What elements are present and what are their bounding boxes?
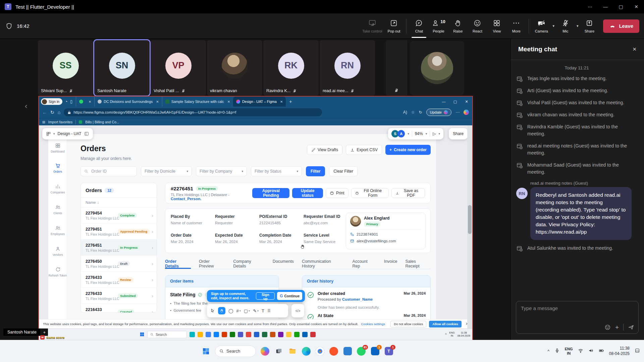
- taskbar-app-icon[interactable]: [254, 332, 259, 337]
- print-button[interactable]: Print: [326, 188, 348, 198]
- import-favorites-link[interactable]: Import favorites: [48, 120, 72, 124]
- sidebar-item-vendors[interactable]: Vendors: [48, 246, 67, 256]
- chat-message-input[interactable]: [516, 301, 638, 319]
- order-list-row[interactable]: 2279451TL Flex Holdings LLC Approval Pen…: [81, 224, 157, 240]
- deny-cookies-button[interactable]: Do not allow cookies: [390, 321, 426, 327]
- browser-tab[interactable]: DC Divisions and Surroundings ✕: [94, 97, 162, 107]
- close-icon[interactable]: ✕: [629, 0, 644, 13]
- taskbar-app-icon[interactable]: [270, 332, 275, 337]
- contact-phone[interactable]: 2123874901: [350, 232, 421, 236]
- tab-close-icon[interactable]: ✕: [156, 100, 159, 104]
- tab-order-preview[interactable]: Order Preview: [199, 259, 225, 269]
- chevron-down-icon[interactable]: ▾: [408, 132, 409, 135]
- home-icon[interactable]: ⌂: [58, 110, 60, 115]
- tab-account-rep[interactable]: Account Rep: [353, 259, 376, 269]
- maximize-icon[interactable]: ▢: [613, 0, 629, 13]
- order-id-search[interactable]: [80, 166, 137, 176]
- camera-button[interactable]: Camera: [532, 19, 551, 33]
- file-explorer-icon[interactable]: [288, 347, 297, 356]
- chevron-down-icon[interactable]: ▾: [426, 132, 427, 135]
- read-aloud-icon[interactable]: A): [403, 110, 407, 115]
- order-list-row[interactable]: 2276433TL Flex Holdings LLC Submitted ›: [81, 288, 157, 304]
- self-video-tile[interactable]: [410, 41, 464, 95]
- teams-icon[interactable]: T 1: [384, 347, 393, 356]
- camera-options-chevron[interactable]: ▾: [552, 24, 554, 28]
- edge-icon[interactable]: [302, 347, 311, 356]
- create-new-order-button[interactable]: + Create new order: [385, 145, 431, 155]
- text-tool-icon[interactable]: T: [262, 308, 264, 313]
- order-list-row[interactable]: 2276450TL Flex Holdings LLC Draft ›: [81, 256, 157, 272]
- language-indicator[interactable]: ENGIN: [449, 331, 454, 337]
- chevron-down-icon[interactable]: ▾: [438, 132, 440, 135]
- chat-button[interactable]: Chat: [409, 19, 429, 33]
- filter-domicile-select[interactable]: Filter by Domicile ▾: [141, 166, 192, 176]
- wifi-icon[interactable]: [578, 348, 583, 355]
- customer-name-link[interactable]: Customer_Name: [342, 297, 373, 301]
- chat-message-list[interactable]: Today 11:21 Tejas Ingle was invited to t…: [511, 60, 644, 298]
- participant-tile[interactable]: VP Vishal Patil ...: [151, 40, 206, 96]
- present-icon[interactable]: ▷: [433, 131, 436, 136]
- figma-share-button[interactable]: Share: [449, 128, 468, 139]
- view-drafts-button[interactable]: View Drafts: [307, 145, 342, 155]
- taskbar-app-icon[interactable]: [294, 332, 300, 337]
- dev-mode-toggle[interactable]: </>: [291, 304, 304, 317]
- browser-tab[interactable]: Sample Salary Structure with calc ✕: [162, 97, 233, 107]
- raise-hand-button[interactable]: Raise: [448, 19, 468, 33]
- settings-more-icon[interactable]: ⋯: [455, 110, 460, 115]
- comment-tool-icon[interactable]: ◯: [228, 308, 233, 313]
- task-view-icon[interactable]: [274, 347, 283, 356]
- react-button[interactable]: React: [468, 19, 487, 33]
- figma-file-name[interactable]: Design - UAT: [58, 131, 82, 136]
- contact-person-link[interactable]: Contact_Person.: [171, 197, 201, 201]
- tiles-previous-chevron[interactable]: ‹: [25, 102, 27, 111]
- minimize-icon[interactable]: —: [438, 100, 449, 104]
- order-list-row-selected[interactable]: 2276451TL Flex Holdings LLC In Progress …: [81, 240, 157, 256]
- tab-company-details[interactable]: Company Details: [233, 259, 264, 269]
- language-indicator[interactable]: ENGIN: [565, 347, 573, 355]
- chevron-up-icon[interactable]: ^: [445, 333, 446, 336]
- chevron-up-icon[interactable]: ^: [547, 349, 549, 354]
- filter-company-select[interactable]: Filter by Company ▾: [196, 166, 247, 176]
- battery-icon[interactable]: [599, 348, 604, 355]
- taskbar-app-icon[interactable]: [262, 332, 267, 337]
- close-icon[interactable]: ✕: [632, 46, 637, 52]
- tab-sales-receipt[interactable]: Sales Receipt: [405, 259, 431, 269]
- pop-out-button[interactable]: Pop out: [384, 19, 404, 33]
- more-button[interactable]: More: [506, 19, 526, 33]
- send-icon[interactable]: [628, 324, 634, 330]
- minimize-icon[interactable]: —: [598, 0, 613, 13]
- layout-panel-icon[interactable]: [84, 131, 89, 136]
- workspaces-icon[interactable]: ◔: [65, 99, 67, 104]
- taskbar-search[interactable]: Search: [215, 346, 256, 357]
- figma-menu-icon[interactable]: [46, 132, 51, 136]
- browser-profile-button[interactable]: Sign in: [41, 98, 62, 105]
- taskbar-app-icon[interactable]: [238, 332, 243, 337]
- sidebar-item-dashboard[interactable]: Dashboard: [48, 143, 67, 153]
- order-id-input[interactable]: [91, 169, 131, 174]
- scrollbar[interactable]: [467, 125, 472, 328]
- mic-options-chevron[interactable]: ▾: [577, 24, 579, 28]
- actions-tool-icon[interactable]: ⠿: [267, 308, 271, 313]
- browser-update-button[interactable]: Update: [426, 109, 451, 116]
- maximize-icon[interactable]: ▢: [449, 100, 461, 104]
- notification-center-icon[interactable]: [635, 348, 640, 355]
- hand-tool-icon[interactable]: [218, 307, 225, 314]
- update-status-button[interactable]: Update status: [292, 188, 323, 198]
- sidebar-item-refresh-token[interactable]: Refresh Token: [48, 267, 67, 277]
- tab-close-icon[interactable]: ✕: [89, 100, 91, 104]
- chat-input-box[interactable]: +: [516, 301, 639, 334]
- taskbar-search[interactable]: Search: [147, 331, 187, 338]
- people-button[interactable]: 10 People: [429, 19, 448, 33]
- brave-icon[interactable]: [329, 347, 338, 356]
- filter-button[interactable]: Filter: [306, 166, 325, 176]
- chrome-icon[interactable]: [315, 347, 325, 356]
- new-tab-button[interactable]: +: [289, 99, 292, 104]
- taskbar-app-icon[interactable]: [230, 332, 235, 337]
- tab-close-icon[interactable]: ✕: [280, 100, 283, 104]
- window-more-icon[interactable]: ⋯: [582, 0, 598, 13]
- cursor-tool-icon[interactable]: [210, 308, 215, 313]
- order-list-row[interactable]: 2276433TL Flex Holdings LLC Review ›: [81, 272, 157, 288]
- shape-tool-icon[interactable]: ▢▾: [244, 308, 250, 313]
- mic-button[interactable]: Mic: [556, 19, 575, 33]
- export-csv-button[interactable]: Export CSV: [346, 145, 382, 155]
